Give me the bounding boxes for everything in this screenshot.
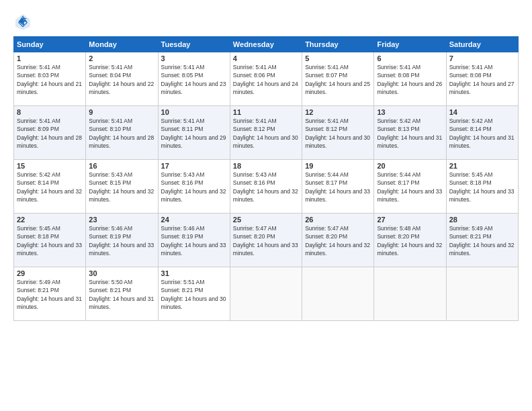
day-info: Sunrise: 5:49 AMSunset: 8:21 PMDaylight:… [449, 224, 515, 257]
day-number: 28 [449, 216, 515, 224]
calendar-cell: 12 Sunrise: 5:41 AMSunset: 8:12 PMDaylig… [302, 106, 374, 160]
calendar-cell: 31 Sunrise: 5:51 AMSunset: 8:21 PMDaylig… [158, 267, 230, 321]
header [13, 12, 519, 31]
calendar-cell: 19 Sunrise: 5:44 AMSunset: 8:17 PMDaylig… [302, 160, 374, 214]
day-info: Sunrise: 5:43 AMSunset: 8:15 PMDaylight:… [89, 171, 154, 203]
day-number: 20 [377, 162, 443, 170]
calendar-cell: 17 Sunrise: 5:43 AMSunset: 8:16 PMDaylig… [158, 160, 230, 214]
day-number: 8 [17, 108, 83, 116]
day-info: Sunrise: 5:41 AMSunset: 8:09 PMDaylight:… [17, 117, 83, 150]
logo-icon [13, 12, 32, 31]
calendar-cell: 1 Sunrise: 5:41 AMSunset: 8:03 PMDayligh… [14, 52, 86, 106]
calendar-cell: 24 Sunrise: 5:46 AMSunset: 8:19 PMDaylig… [158, 214, 230, 267]
day-number: 9 [89, 108, 154, 116]
day-info: Sunrise: 5:41 AMSunset: 8:06 PMDaylight:… [233, 63, 299, 96]
calendar-cell: 4 Sunrise: 5:41 AMSunset: 8:06 PMDayligh… [230, 52, 302, 106]
day-number: 18 [233, 162, 299, 170]
weekday-header-saturday: Saturday [446, 37, 518, 52]
day-info: Sunrise: 5:41 AMSunset: 8:04 PMDaylight:… [89, 63, 154, 96]
calendar-cell: 15 Sunrise: 5:42 AMSunset: 8:14 PMDaylig… [14, 160, 86, 214]
day-number: 10 [161, 108, 227, 116]
day-info: Sunrise: 5:44 AMSunset: 8:17 PMDaylight:… [377, 171, 443, 203]
calendar-cell: 14 Sunrise: 5:42 AMSunset: 8:14 PMDaylig… [446, 106, 518, 160]
calendar-cell: 18 Sunrise: 5:43 AMSunset: 8:16 PMDaylig… [230, 160, 302, 214]
day-info: Sunrise: 5:42 AMSunset: 8:13 PMDaylight:… [377, 117, 443, 150]
calendar-cell: 25 Sunrise: 5:47 AMSunset: 8:20 PMDaylig… [230, 214, 302, 267]
day-number: 11 [233, 108, 299, 116]
day-number: 16 [89, 162, 154, 170]
calendar-cell [446, 267, 518, 321]
calendar-cell: 11 Sunrise: 5:41 AMSunset: 8:12 PMDaylig… [230, 106, 302, 160]
logo [13, 12, 35, 31]
calendar-cell: 27 Sunrise: 5:48 AMSunset: 8:20 PMDaylig… [374, 214, 446, 267]
calendar-cell: 29 Sunrise: 5:49 AMSunset: 8:21 PMDaylig… [14, 267, 86, 321]
calendar-cell: 3 Sunrise: 5:41 AMSunset: 8:05 PMDayligh… [158, 52, 230, 106]
day-info: Sunrise: 5:45 AMSunset: 8:18 PMDaylight:… [449, 171, 515, 203]
day-number: 26 [305, 216, 371, 224]
day-info: Sunrise: 5:41 AMSunset: 8:12 PMDaylight:… [233, 117, 299, 150]
calendar-week-2: 8 Sunrise: 5:41 AMSunset: 8:09 PMDayligh… [14, 106, 519, 160]
svg-point-1 [21, 20, 25, 24]
day-number: 30 [89, 269, 154, 277]
day-info: Sunrise: 5:51 AMSunset: 8:21 PMDaylight:… [161, 278, 227, 311]
day-number: 24 [161, 216, 227, 224]
day-number: 5 [305, 54, 371, 62]
day-info: Sunrise: 5:41 AMSunset: 8:07 PMDaylight:… [305, 63, 371, 96]
day-info: Sunrise: 5:46 AMSunset: 8:19 PMDaylight:… [161, 224, 227, 257]
day-number: 29 [17, 269, 83, 277]
calendar-body: 1 Sunrise: 5:41 AMSunset: 8:03 PMDayligh… [14, 52, 519, 321]
weekday-header-sunday: Sunday [14, 37, 86, 52]
calendar-cell: 9 Sunrise: 5:41 AMSunset: 8:10 PMDayligh… [86, 106, 158, 160]
weekday-header-tuesday: Tuesday [158, 37, 230, 52]
day-number: 22 [17, 216, 83, 224]
page: SundayMondayTuesdayWednesdayThursdayFrid… [0, 0, 532, 411]
calendar-cell [302, 267, 374, 321]
calendar-cell: 23 Sunrise: 5:46 AMSunset: 8:19 PMDaylig… [86, 214, 158, 267]
calendar-cell [230, 267, 302, 321]
calendar-cell: 8 Sunrise: 5:41 AMSunset: 8:09 PMDayligh… [14, 106, 86, 160]
day-number: 7 [449, 54, 515, 62]
day-info: Sunrise: 5:41 AMSunset: 8:08 PMDaylight:… [377, 63, 443, 96]
weekday-header-friday: Friday [374, 37, 446, 52]
calendar-cell: 16 Sunrise: 5:43 AMSunset: 8:15 PMDaylig… [86, 160, 158, 214]
day-info: Sunrise: 5:41 AMSunset: 8:05 PMDaylight:… [161, 63, 227, 96]
calendar-cell: 26 Sunrise: 5:47 AMSunset: 8:20 PMDaylig… [302, 214, 374, 267]
calendar-week-4: 22 Sunrise: 5:45 AMSunset: 8:18 PMDaylig… [14, 214, 519, 267]
calendar-cell: 30 Sunrise: 5:50 AMSunset: 8:21 PMDaylig… [86, 267, 158, 321]
day-info: Sunrise: 5:45 AMSunset: 8:18 PMDaylight:… [17, 224, 83, 257]
calendar-cell: 6 Sunrise: 5:41 AMSunset: 8:08 PMDayligh… [374, 52, 446, 106]
day-info: Sunrise: 5:43 AMSunset: 8:16 PMDaylight:… [233, 171, 299, 203]
day-info: Sunrise: 5:42 AMSunset: 8:14 PMDaylight:… [449, 117, 515, 150]
day-info: Sunrise: 5:41 AMSunset: 8:10 PMDaylight:… [89, 117, 154, 150]
day-number: 2 [89, 54, 154, 62]
calendar-table: SundayMondayTuesdayWednesdayThursdayFrid… [13, 36, 519, 321]
calendar-cell: 10 Sunrise: 5:41 AMSunset: 8:11 PMDaylig… [158, 106, 230, 160]
day-info: Sunrise: 5:48 AMSunset: 8:20 PMDaylight:… [377, 224, 443, 257]
day-number: 6 [377, 54, 443, 62]
day-number: 17 [161, 162, 227, 170]
day-number: 14 [449, 108, 515, 116]
calendar-cell: 21 Sunrise: 5:45 AMSunset: 8:18 PMDaylig… [446, 160, 518, 214]
calendar-week-3: 15 Sunrise: 5:42 AMSunset: 8:14 PMDaylig… [14, 160, 519, 214]
calendar-cell: 28 Sunrise: 5:49 AMSunset: 8:21 PMDaylig… [446, 214, 518, 267]
calendar-cell [374, 267, 446, 321]
weekday-row: SundayMondayTuesdayWednesdayThursdayFrid… [14, 37, 519, 52]
day-info: Sunrise: 5:41 AMSunset: 8:11 PMDaylight:… [161, 117, 227, 150]
day-number: 15 [17, 162, 83, 170]
day-number: 1 [17, 54, 83, 62]
day-number: 21 [449, 162, 515, 170]
day-number: 13 [377, 108, 443, 116]
day-number: 12 [305, 108, 371, 116]
calendar-cell: 22 Sunrise: 5:45 AMSunset: 8:18 PMDaylig… [14, 214, 86, 267]
calendar-week-1: 1 Sunrise: 5:41 AMSunset: 8:03 PMDayligh… [14, 52, 519, 106]
day-info: Sunrise: 5:46 AMSunset: 8:19 PMDaylight:… [89, 224, 154, 257]
weekday-header-thursday: Thursday [302, 37, 374, 52]
day-info: Sunrise: 5:49 AMSunset: 8:21 PMDaylight:… [17, 278, 83, 311]
day-info: Sunrise: 5:47 AMSunset: 8:20 PMDaylight:… [305, 224, 371, 257]
calendar-cell: 2 Sunrise: 5:41 AMSunset: 8:04 PMDayligh… [86, 52, 158, 106]
day-info: Sunrise: 5:41 AMSunset: 8:03 PMDaylight:… [17, 63, 83, 96]
weekday-header-monday: Monday [86, 37, 158, 52]
day-info: Sunrise: 5:50 AMSunset: 8:21 PMDaylight:… [89, 278, 154, 311]
weekday-header-wednesday: Wednesday [230, 37, 302, 52]
calendar-cell: 7 Sunrise: 5:41 AMSunset: 8:08 PMDayligh… [446, 52, 518, 106]
